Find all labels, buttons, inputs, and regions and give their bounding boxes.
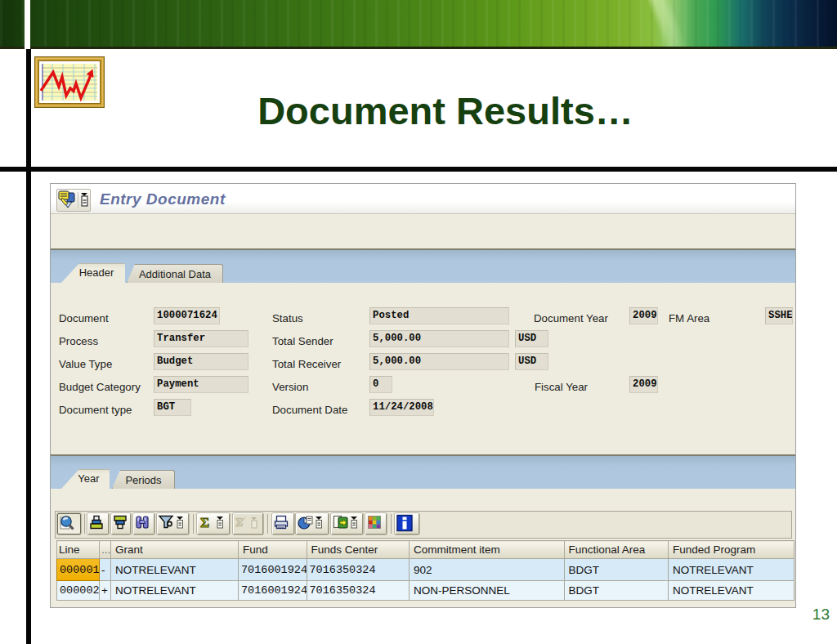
svg-text:Σ: Σ <box>200 515 209 530</box>
